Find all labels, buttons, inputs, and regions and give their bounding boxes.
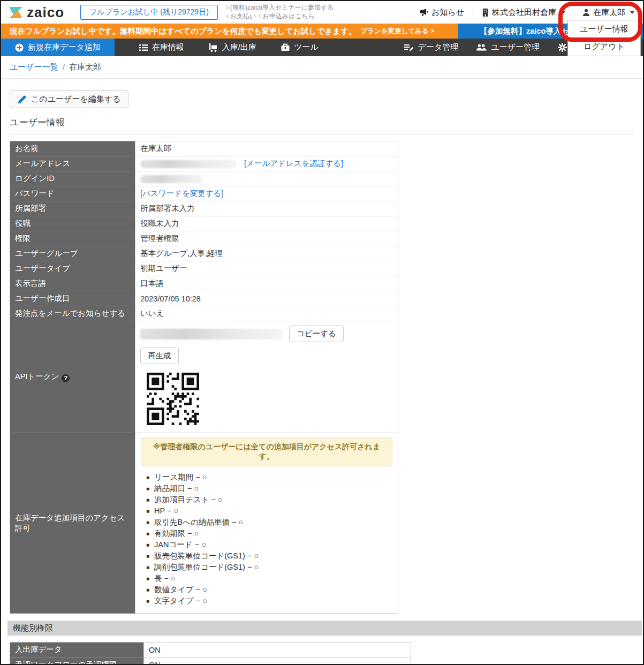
nav-settings[interactable]	[558, 43, 567, 52]
department-value: 所属部署未入力	[135, 201, 398, 216]
users-icon	[476, 44, 487, 51]
dropdown-item-user-info[interactable]: ユーザー情報	[568, 20, 640, 38]
row-label: ログインID	[10, 171, 135, 186]
nav-add-inventory[interactable]: 新規在庫データ追加	[1, 39, 115, 56]
table-row: 承認ワークフローの承認権限 ON	[10, 658, 411, 665]
breadcrumb: ユーザー一覧 / 在庫太郎	[1, 56, 643, 79]
row-label: APIトークン?	[10, 321, 135, 433]
table-row: 発注点をメールでお知らせする いいえ	[10, 306, 398, 321]
help-icon[interactable]: ?	[62, 374, 70, 382]
qr-code	[147, 373, 199, 425]
toolbox-icon	[281, 43, 290, 51]
pencil-icon	[18, 95, 26, 104]
feature-permission-table: 入出庫データ ON 承認ワークフローの承認権限 ON	[10, 642, 411, 665]
megaphone-icon	[419, 8, 428, 17]
chevron-down-icon	[561, 11, 565, 14]
notifications-button[interactable]: お知らせ	[411, 7, 473, 18]
access-item: 長 − ○	[146, 573, 392, 584]
created-date-value: 2023/07/05 10:28	[135, 291, 398, 306]
redacted-email-value	[140, 160, 237, 168]
row-label: パスワード	[10, 186, 135, 201]
nav-stock-info[interactable]: 在庫情報	[139, 39, 184, 56]
user-icon	[582, 9, 590, 16]
api-token-row: APIトークン? コピーする 再生成	[10, 321, 398, 433]
access-item: 調剤包装単位コード(GS1) − ○	[146, 562, 392, 573]
language-value: 日本語	[135, 276, 398, 291]
trial-plan-badge[interactable]: フルプランお試し中 (残り29729日)	[80, 5, 218, 20]
reorder-notify-value: いいえ	[135, 306, 398, 321]
row-label: ユーザー作成日	[10, 291, 135, 306]
nav-user-management[interactable]: ユーザー管理	[476, 42, 540, 52]
zaico-logo[interactable]: zaico	[9, 4, 64, 21]
access-item: 追加項目テスト − ○	[146, 494, 392, 505]
nav-user-management-label: ユーザー管理	[491, 42, 540, 52]
building-icon	[482, 9, 489, 17]
table-row: 権限 管理者権限	[10, 231, 398, 246]
user-dropdown-menu: ユーザー情報 ログアウト	[567, 20, 641, 56]
access-item: 数値タイプ − ○	[146, 584, 392, 595]
nav-tools-label: ツール	[294, 42, 319, 52]
redacted-login-id-value	[140, 175, 203, 183]
plus-circle-icon	[15, 43, 24, 52]
main-navbar: 新規在庫データ追加 在庫情報	[1, 39, 643, 56]
notifications-label: お知らせ	[431, 7, 464, 18]
chevron-down-icon	[630, 11, 634, 14]
access-item: 有効期限 − ○	[146, 528, 392, 539]
nav-inout[interactable]: 入庫/出庫	[209, 39, 256, 56]
access-item: 販売包装単位コード(GS1) − ○	[146, 550, 392, 562]
row-label: 権限	[10, 231, 135, 246]
user-menu[interactable]: 在庫太郎	[574, 7, 643, 18]
payment-link[interactable]: お支払い・お申込みはこちら	[226, 12, 334, 21]
row-label: メールアドレス	[10, 156, 135, 171]
breadcrumb-user-list-link[interactable]: ユーザー一覧	[10, 62, 58, 72]
feature-permission-section-title: 機能別権限	[7, 621, 642, 636]
user-type-value: 初期ユーザー	[135, 261, 398, 276]
list-icon	[139, 44, 148, 51]
company-name: 株式会社田村倉庫	[492, 7, 556, 18]
verify-email-link[interactable]: [メールアドレスを認証する]	[244, 159, 343, 168]
trial-banner: 現在フルプランお試し中です。無料期間中はすべてのプランを何度でも変更してお試しで…	[1, 24, 643, 39]
row-label: ユーザータイプ	[10, 261, 135, 276]
table-row: ユーザータイプ 初期ユーザー	[10, 261, 398, 276]
api-token-label: APIトークン	[15, 372, 59, 381]
row-label: 在庫データ追加項目のアクセス許可	[10, 433, 135, 614]
copy-token-button[interactable]: コピーする	[289, 326, 344, 342]
access-item: HP − ○	[146, 505, 392, 517]
access-item: 納品期日 − ○	[146, 483, 392, 494]
company-menu[interactable]: 株式会社田村倉庫	[473, 7, 574, 18]
name-value: 在庫太郎	[135, 141, 398, 156]
redacted-api-token-value	[140, 329, 283, 339]
table-row: メールアドレス [メールアドレスを認証する]	[10, 156, 398, 171]
change-password-link[interactable]: [パスワードを変更する]	[140, 189, 223, 198]
row-label: 所属部署	[10, 201, 135, 216]
navbar-left: 新規在庫データ追加 在庫情報	[1, 39, 319, 56]
breadcrumb-current: 在庫太郎	[69, 62, 101, 72]
dropdown-item-logout[interactable]: ログアウト	[568, 38, 640, 56]
regenerate-token-button[interactable]: 再生成	[140, 347, 179, 364]
access-permission-row: 在庫データ追加項目のアクセス許可 ※管理者権限のユーザーには全ての追加項目がアク…	[10, 433, 398, 614]
nav-add-label: 新規在庫データ追加	[28, 42, 101, 52]
access-item: JANコード − ○	[146, 539, 392, 550]
row-label: お名前	[10, 141, 135, 156]
table-row: 入出庫データ ON	[10, 643, 411, 658]
edit-user-button[interactable]: このユーザーを編集する	[10, 90, 128, 108]
permission-value: 管理者権限	[135, 231, 398, 246]
admin-access-notice: ※管理者権限のユーザーには全ての追加項目がアクセス許可されます。	[141, 437, 392, 466]
main-content: このユーザーを編集する ユーザー情報 お名前 在庫太郎 メールアドレス [メール…	[1, 79, 643, 665]
seminar-link[interactable]: (無料)zaico導入セミナーに参加する	[226, 4, 334, 12]
trial-banner-message: 現在フルプランお試し中です。無料期間中はすべてのプランを何度でも変更してお試しで…	[1, 26, 357, 36]
logo-wordmark: zaico	[27, 4, 64, 21]
nav-tools[interactable]: ツール	[281, 39, 319, 56]
change-plan-link[interactable]: プランを変更してみる >	[361, 27, 435, 36]
user-info-table: お名前 在庫太郎 メールアドレス [メールアドレスを認証する] ログインID パ…	[10, 141, 398, 614]
user-info-section-title: ユーザー情報	[10, 116, 634, 134]
data-edit-icon	[404, 44, 414, 51]
table-row: 表示言語 日本語	[10, 276, 398, 291]
table-row: お名前 在庫太郎	[10, 141, 398, 156]
access-item: 取引先Bへの納品単価 − ○	[146, 517, 392, 528]
table-row: ログインID	[10, 171, 398, 186]
table-row: ユーザーグループ 基本グループ,人事,経理	[10, 246, 398, 261]
zaico-logo-icon	[9, 5, 23, 20]
table-row: 役職 役職未入力	[10, 216, 398, 231]
nav-data-management[interactable]: データ管理	[404, 42, 459, 52]
